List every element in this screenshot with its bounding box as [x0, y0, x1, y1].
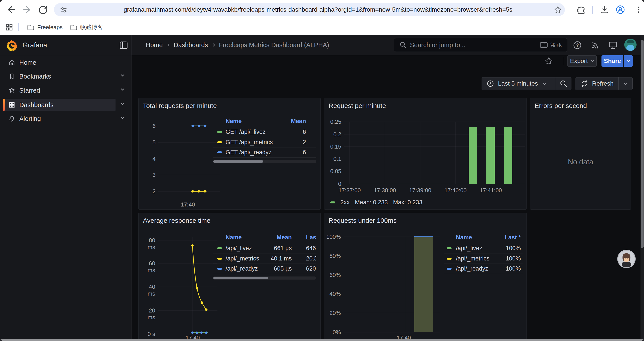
page-scrollbar-thumb[interactable]	[641, 40, 644, 248]
profile-icon[interactable]	[616, 5, 625, 15]
sidebar-item-starred[interactable]: Starred	[4, 84, 116, 97]
download-icon[interactable]	[600, 5, 609, 15]
series-name[interactable]: 2xx	[340, 199, 350, 206]
chevron-down-icon[interactable]	[121, 73, 124, 77]
panel-title[interactable]: Errors per second	[534, 102, 587, 110]
legend-row[interactable]: /api/_metrics 100%	[444, 253, 522, 263]
chevron-down-icon[interactable]	[121, 115, 124, 119]
legend-row[interactable]: /api/_metrics 40.1 ms 20.5 r	[213, 253, 316, 263]
chevron-down-icon[interactable]	[121, 101, 124, 105]
bottom-scrollbar[interactable]	[0, 339, 644, 341]
series-name[interactable]: /api/_readyz	[456, 264, 488, 274]
panel-title[interactable]: Requests under 100ms	[328, 217, 396, 224]
series-name[interactable]: GET /api/_metrics	[226, 137, 273, 147]
bookmark-star-icon[interactable]	[553, 5, 562, 15]
legend-col-name[interactable]: Name	[226, 116, 242, 127]
breadcrumb-separator-icon	[166, 43, 170, 46]
search-input[interactable]: Search or jump to... ⌘+k	[394, 38, 567, 52]
url-text[interactable]: grafana.mathmast.com/d/deytv4rwavabkb/fr…	[124, 3, 602, 16]
panel-title[interactable]: Average response time	[143, 217, 210, 224]
area-chart[interactable]	[344, 235, 440, 336]
series-name[interactable]: GET /api/_readyz	[226, 147, 272, 157]
series-name[interactable]: GET /api/_livez	[226, 127, 266, 137]
series-name[interactable]: /api/_metrics	[456, 253, 490, 263]
series-swatch	[217, 141, 222, 143]
reload-icon[interactable]	[38, 5, 48, 15]
back-icon[interactable]	[6, 5, 16, 15]
series-name[interactable]: /api/_readyz	[226, 264, 258, 274]
time-range-picker[interactable]: Last 5 minutes	[482, 78, 556, 90]
monitor-icon[interactable]	[608, 41, 617, 50]
zoom-out-button[interactable]	[556, 78, 571, 90]
legend-row[interactable]: /api/_livez 661 µs 646	[213, 243, 316, 253]
bar-chart[interactable]	[344, 120, 525, 186]
legend-scrollbar[interactable]	[213, 276, 316, 279]
help-icon[interactable]: ?	[573, 41, 582, 50]
favorite-dashboard-star-icon[interactable]	[544, 56, 554, 66]
share-label: Share	[604, 58, 621, 65]
line-chart[interactable]	[158, 121, 220, 201]
legend-col-mean[interactable]: Mean	[291, 116, 306, 127]
apps-grid-icon[interactable]	[5, 23, 13, 31]
panel-avg-response-time[interactable]: Average response time 80 ms 60 ms 40 ms …	[138, 213, 321, 341]
site-settings-icon[interactable]	[60, 6, 68, 14]
legend-scrollbar-thumb[interactable]	[213, 160, 263, 163]
panel-total-requests[interactable]: Total requests per minute 6 5 4 3 2 17:4…	[138, 98, 321, 210]
breadcrumb-dashboards[interactable]: Dashboards	[174, 42, 208, 49]
legend-row[interactable]: /api/_readyz 100%	[444, 263, 522, 274]
share-menu-button[interactable]	[624, 55, 633, 67]
series-last: 620	[306, 264, 316, 274]
sidebar-item-alerting[interactable]: Alerting	[4, 113, 116, 125]
series-swatch	[447, 247, 452, 249]
panel-title[interactable]: Total requests per minute	[143, 102, 217, 110]
bookmark-item-blog[interactable]: 收藏博客	[70, 19, 103, 35]
series-name[interactable]: /api/_livez	[226, 243, 252, 253]
series-mean: Mean: 0.233	[355, 199, 388, 206]
legend-line[interactable]: 2xx Mean: 0.233 Max: 0.233	[330, 198, 422, 207]
floating-assistant-avatar[interactable]	[617, 250, 636, 268]
news-rss-icon[interactable]	[591, 41, 600, 50]
legend-col-last[interactable]: Las	[306, 232, 316, 243]
series-name[interactable]: /api/_metrics	[226, 253, 259, 263]
legend-row[interactable]: GET /api/_metrics 2	[213, 137, 316, 147]
sidebar-item-label: Bookmarks	[19, 73, 51, 80]
legend-row[interactable]: GET /api/_readyz 6	[213, 147, 316, 158]
panel-errors-per-second[interactable]: Errors per second No data	[530, 98, 631, 210]
panel-request-per-minute[interactable]: Request per minute 0.25 0.2 0.15 0.1 0.0…	[324, 98, 527, 210]
brand-name[interactable]: Grafana	[22, 35, 47, 55]
grafana-logo-icon[interactable]	[6, 40, 18, 51]
refresh-interval-button[interactable]	[618, 78, 632, 90]
legend-col-last[interactable]: Last *	[504, 232, 521, 243]
legend-col-mean[interactable]: Mean	[277, 232, 292, 243]
share-button[interactable]: Share	[602, 55, 624, 67]
extensions-icon[interactable]	[576, 5, 585, 15]
legend-row[interactable]: /api/_livez 100%	[444, 243, 522, 253]
sidebar-item-dashboards[interactable]: Dashboards	[4, 99, 116, 111]
legend-scrollbar-thumb[interactable]	[213, 277, 268, 279]
x-tick: 17:40	[175, 201, 201, 208]
line-chart[interactable]	[158, 237, 218, 337]
legend-col-name[interactable]: Name	[226, 232, 242, 243]
sidebar-item-bookmarks[interactable]: Bookmarks	[4, 70, 116, 83]
legend-row[interactable]: /api/_readyz 605 µs 620	[213, 263, 316, 274]
user-avatar[interactable]	[624, 39, 636, 51]
legend-row[interactable]: GET /api/_livez 6	[213, 127, 316, 137]
dock-sidebar-icon[interactable]	[119, 41, 128, 50]
bookmark-item-freeleaps[interactable]: Freeleaps	[27, 19, 63, 35]
browser-menu-icon[interactable]	[634, 5, 644, 15]
panel-requests-under-100ms[interactable]: Requests under 100ms 100% 80% 60% 40% 20…	[324, 213, 527, 341]
series-name[interactable]: /api/_livez	[456, 243, 482, 253]
export-button[interactable]: Export	[567, 55, 597, 67]
legend-col-name[interactable]: Name	[456, 232, 472, 243]
breadcrumb-home[interactable]: Home	[146, 42, 163, 49]
chevron-down-icon[interactable]	[121, 87, 124, 91]
star-icon	[8, 87, 15, 94]
url-bar[interactable]: grafana.mathmast.com/d/deytv4rwavabkb/fr…	[54, 3, 565, 16]
search-shortcut: ⌘+k	[540, 42, 562, 49]
forward-icon[interactable]	[22, 5, 32, 15]
refresh-button[interactable]: Refresh	[576, 78, 618, 90]
panel-title[interactable]: Request per minute	[328, 102, 386, 110]
legend-scrollbar[interactable]	[213, 160, 316, 163]
legend-table: Name Last * /api/_livez 100% /api/_metri…	[444, 232, 522, 274]
sidebar-item-home[interactable]: Home	[4, 56, 116, 69]
